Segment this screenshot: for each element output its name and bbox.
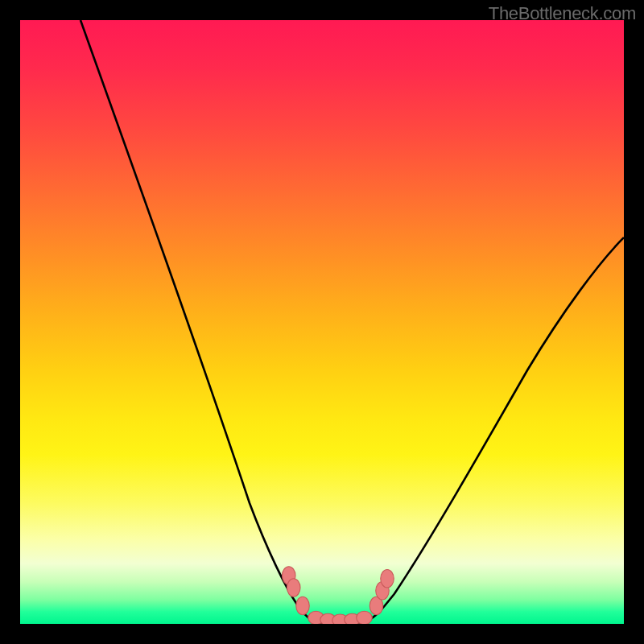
dot <box>287 579 301 597</box>
watermark-text: TheBottleneck.com <box>489 3 636 24</box>
dot <box>357 611 373 624</box>
curve-right <box>367 237 624 621</box>
dot <box>381 570 394 588</box>
curve-left <box>80 20 313 621</box>
chart-frame: TheBottleneck.com <box>0 0 644 644</box>
dot <box>296 597 310 615</box>
plot-area <box>20 20 624 624</box>
bottleneck-curve <box>20 20 624 624</box>
